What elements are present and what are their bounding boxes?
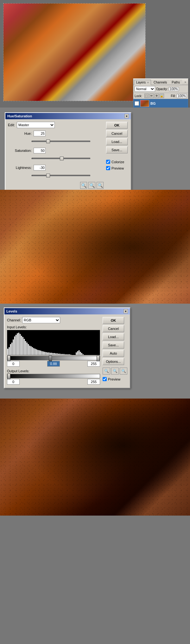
- svg-rect-40: [62, 354, 63, 355]
- svg-rect-3: [11, 343, 12, 355]
- tab-channels[interactable]: Channels: [151, 80, 169, 85]
- fill-input[interactable]: [177, 94, 187, 98]
- svg-rect-47: [76, 352, 77, 355]
- svg-rect-41: [63, 354, 64, 355]
- hue-sat-close-btn[interactable]: ×: [124, 114, 129, 118]
- hue-sat-titlebar[interactable]: Hue/Saturation ×: [5, 113, 131, 119]
- sat-input[interactable]: [34, 148, 46, 153]
- hue-thumb[interactable]: [46, 139, 50, 143]
- colorize-checkbox[interactable]: [106, 160, 110, 164]
- output-black-thumb[interactable]: [7, 374, 10, 379]
- input-white-value[interactable]: [87, 361, 100, 367]
- sat-row: Saturation:: [8, 148, 104, 153]
- levels-save-button[interactable]: Save...: [103, 342, 124, 349]
- cancel-button[interactable]: Cancel: [106, 130, 128, 137]
- levels-auto-button[interactable]: Auto: [103, 350, 124, 357]
- input-levels-track[interactable]: [7, 356, 100, 360]
- eyedropper-row: 🔍 🔍 🔍: [8, 182, 104, 189]
- levels-titlebar[interactable]: Levels ×: [4, 308, 130, 314]
- lock-icons: ⬚ ✏ ✛ 🔒: [144, 94, 164, 98]
- histogram-svg: [7, 330, 100, 355]
- svg-rect-30: [48, 352, 49, 355]
- blend-mode-select[interactable]: Normal: [135, 86, 155, 92]
- svg-rect-31: [50, 353, 51, 355]
- levels-close-btn[interactable]: ×: [124, 309, 128, 313]
- eyedropper-btn-2[interactable]: 🔍: [88, 182, 95, 189]
- channel-label: Channel:: [7, 318, 21, 322]
- lock-all-btn[interactable]: 🔒: [160, 94, 164, 98]
- hue-slider[interactable]: [32, 139, 90, 143]
- opacity-label: Opacity:: [156, 87, 168, 91]
- input-black-value[interactable]: [7, 361, 20, 367]
- input-white-thumb[interactable]: [97, 356, 100, 361]
- levels-white-eyedropper[interactable]: 🔍: [120, 368, 127, 375]
- sat-slider[interactable]: [32, 157, 90, 160]
- layer-row-bg[interactable]: 👁 BG: [133, 99, 188, 108]
- levels-right: OK Cancel Load... Save... Auto Options..…: [103, 317, 127, 385]
- svg-rect-49: [79, 350, 79, 355]
- hue-sat-title: Hue/Saturation: [7, 114, 32, 118]
- levels-title: Levels: [6, 309, 17, 313]
- layer-name: BG: [150, 102, 156, 105]
- tab-layers[interactable]: Layers ×: [134, 80, 151, 85]
- light-slider[interactable]: [32, 174, 90, 177]
- lock-transparent-btn[interactable]: ⬚: [144, 94, 149, 98]
- preview-checkbox[interactable]: [106, 166, 110, 170]
- output-levels-track[interactable]: [7, 374, 100, 378]
- channel-select[interactable]: RGB: [22, 317, 60, 323]
- edit-select[interactable]: Master: [17, 122, 55, 128]
- input-mid-value[interactable]: [47, 361, 60, 367]
- svg-rect-17: [31, 346, 32, 355]
- hue-row: Hue:: [8, 131, 104, 136]
- levels-preview-checkbox[interactable]: [103, 377, 107, 381]
- output-white-value[interactable]: [87, 379, 100, 385]
- save-button[interactable]: Save...: [106, 146, 128, 153]
- result-image-2: [0, 399, 190, 516]
- levels-black-eyedropper[interactable]: 🔍: [103, 368, 110, 375]
- lock-move-btn[interactable]: ✛: [155, 94, 159, 98]
- tab-paths[interactable]: Paths: [169, 80, 182, 85]
- svg-rect-27: [44, 352, 45, 355]
- ok-button[interactable]: OK: [106, 122, 128, 129]
- svg-rect-39: [61, 354, 62, 355]
- eyedropper-btn-1[interactable]: 🔍: [80, 182, 87, 189]
- svg-rect-21: [36, 349, 37, 355]
- levels-ok-button[interactable]: OK: [103, 317, 124, 324]
- svg-rect-36: [57, 353, 58, 355]
- tab-layers-close[interactable]: ×: [147, 81, 149, 84]
- input-mid-thumb[interactable]: [49, 356, 52, 361]
- opacity-input[interactable]: [169, 87, 179, 91]
- svg-rect-7: [17, 333, 18, 355]
- levels-left: Channel: RGB Input Levels:: [7, 317, 100, 385]
- svg-rect-18: [32, 347, 33, 355]
- hue-groove: [32, 141, 90, 142]
- light-thumb[interactable]: [46, 174, 50, 177]
- panel-close-button[interactable]: »: [183, 80, 187, 84]
- levels-cancel-button[interactable]: Cancel: [103, 325, 124, 332]
- sat-thumb[interactable]: [60, 157, 64, 160]
- svg-rect-42: [65, 354, 66, 355]
- svg-rect-5: [14, 337, 15, 355]
- load-button[interactable]: Load...: [106, 138, 128, 145]
- layer-visibility-toggle[interactable]: 👁: [135, 101, 139, 106]
- eyedropper-btn-3[interactable]: 🔍: [97, 182, 104, 189]
- preview-label[interactable]: Preview: [111, 166, 124, 170]
- levels-load-button[interactable]: Load...: [103, 333, 124, 340]
- lock-row: Lock: ⬚ ✏ ✛ 🔒 Fill:: [133, 93, 188, 99]
- colorize-label[interactable]: Colorize: [111, 160, 124, 164]
- svg-rect-29: [47, 352, 48, 355]
- canvas-area[interactable]: [3, 3, 146, 101]
- hue-slider-row: [8, 138, 104, 145]
- svg-rect-33: [53, 353, 54, 355]
- edit-row: Edit: Master: [8, 122, 104, 128]
- svg-rect-13: [25, 341, 26, 355]
- texture-overlay-2: [0, 399, 190, 516]
- output-black-value[interactable]: [7, 379, 20, 385]
- input-black-thumb[interactable]: [7, 356, 10, 361]
- lock-paint-btn[interactable]: ✏: [149, 94, 154, 98]
- levels-preview-label[interactable]: Preview: [108, 377, 120, 381]
- levels-options-button[interactable]: Options...: [103, 358, 124, 365]
- light-input[interactable]: [34, 165, 46, 170]
- hue-input[interactable]: [34, 131, 46, 136]
- levels-gray-eyedropper[interactable]: 🔍: [111, 368, 119, 375]
